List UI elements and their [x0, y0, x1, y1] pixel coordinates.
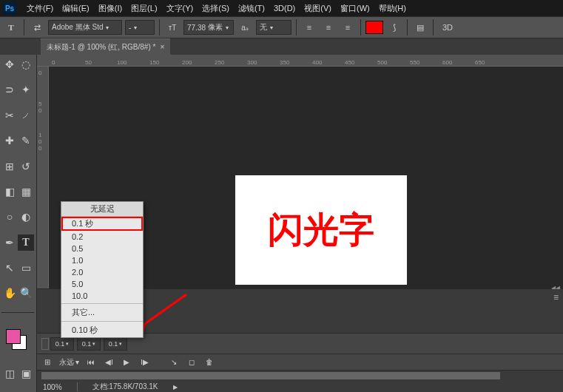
divider — [61, 321, 143, 322]
ruler-tick: 550 — [410, 59, 419, 66]
chevron-down-icon: ▾ — [134, 24, 137, 31]
loop-combo[interactable]: 永远 ▾ — [59, 357, 79, 368]
panel-menu-icon[interactable]: ≡ — [553, 292, 559, 303]
font-family-value: Adobe 黑体 Std — [52, 22, 103, 33]
menu-help[interactable]: 帮助(H) — [374, 3, 411, 14]
font-weight-value: - — [129, 24, 131, 32]
warp-text-icon[interactable]: ⟆ — [386, 19, 402, 36]
hand-tool[interactable]: ✋ — [1, 285, 18, 301]
menu-image[interactable]: 图像(I) — [94, 3, 127, 14]
chevron-down-icon: ▾ — [270, 24, 273, 31]
scrollbar-thumb[interactable] — [41, 372, 500, 379]
main-area: ✥ ◌ ⊃ ✦ ✂ ⟋ ✚ ✎ ⊞ ↺ ◧ ▦ ○ ◐ ✒ T ↖ ▭ ✋ 🔍 … — [0, 55, 563, 392]
ruler-tick: 650 — [475, 59, 485, 66]
dodge-tool[interactable]: ◐ — [18, 209, 34, 225]
zoom-tool[interactable]: 🔍 — [18, 285, 34, 301]
timeline-scrollbar[interactable] — [37, 371, 563, 381]
delay-option-10-0[interactable]: 10.0 — [61, 290, 143, 302]
first-frame-icon[interactable]: ⏮ — [85, 356, 97, 368]
divider — [296, 19, 297, 36]
history-brush-tool[interactable]: ↺ — [18, 158, 34, 175]
heal-tool[interactable]: ✚ — [1, 132, 18, 149]
doc-size[interactable]: 文档:175.8K/703.1K — [92, 382, 158, 392]
play-icon[interactable]: ▶ — [121, 356, 132, 368]
orientation-toggle[interactable]: ⇄ — [29, 19, 45, 36]
menu-file[interactable]: 文件(F) — [22, 3, 58, 14]
aa-combo[interactable]: 无 ▾ — [256, 20, 291, 35]
font-size-combo[interactable]: 77.38 像素 ▾ — [183, 20, 234, 35]
eyedropper-tool[interactable]: ⟋ — [18, 107, 34, 124]
align-right-icon[interactable]: ≡ — [340, 19, 356, 36]
menu-view[interactable]: 视图(V) — [300, 3, 336, 14]
frame-delay-2[interactable]: 0.1▾ — [77, 337, 101, 351]
delay-option-0-5[interactable]: 0.5 — [61, 243, 143, 254]
blur-tool[interactable]: ○ — [1, 209, 18, 225]
marquee-tool[interactable]: ◌ — [18, 56, 34, 72]
frame-delay-3[interactable]: 0.1▾ — [104, 337, 127, 351]
tween-icon[interactable]: ↘ — [168, 356, 180, 368]
frame-list-toggle[interactable] — [41, 338, 49, 350]
font-family-combo[interactable]: Adobe 黑体 Std ▾ — [48, 20, 122, 35]
tools-panel: ✥ ◌ ⊃ ✦ ✂ ⟋ ✚ ✎ ⊞ ↺ ◧ ▦ ○ ◐ ✒ T ↖ ▭ ✋ 🔍 … — [0, 55, 37, 392]
panel-icon[interactable]: ▤ — [412, 19, 428, 36]
text-color-swatch[interactable] — [365, 21, 383, 34]
status-bar: 100% 文档:175.8K/703.1K ▶ — [37, 381, 563, 392]
prev-frame-icon[interactable]: ◀Ⅰ — [103, 356, 115, 368]
menu-window[interactable]: 窗口(W) — [336, 3, 374, 14]
pen-tool[interactable]: ✒ — [1, 234, 18, 251]
font-weight-combo[interactable]: - ▾ — [125, 20, 155, 35]
delay-option-1-0[interactable]: 1.0 — [61, 254, 143, 266]
chevron-down-icon: ▾ — [226, 24, 229, 31]
delay-current[interactable]: 0.10 秒 — [61, 323, 143, 337]
menu-layer[interactable]: 图层(L) — [127, 3, 161, 14]
next-frame-icon[interactable]: Ⅰ▶ — [138, 356, 150, 368]
menu-select[interactable]: 选择(S) — [198, 3, 234, 14]
frame-delay-value: 0.1 — [82, 340, 92, 348]
3d-button[interactable]: 3D — [438, 23, 457, 32]
stamp-tool[interactable]: ⊞ — [1, 158, 18, 175]
close-icon[interactable]: × — [160, 43, 164, 51]
lasso-tool[interactable]: ⊃ — [1, 81, 18, 98]
type-tool[interactable]: T — [18, 234, 34, 251]
loop-value: 永远 — [59, 357, 74, 368]
gradient-tool[interactable]: ▦ — [18, 183, 34, 200]
new-frame-icon[interactable]: ◻ — [186, 356, 198, 368]
delete-frame-icon[interactable]: 🗑 — [203, 356, 215, 368]
screen-mode[interactable]: ▣ — [18, 365, 34, 382]
divider — [77, 382, 78, 391]
chevron-right-icon[interactable]: ▶ — [173, 384, 178, 391]
crop-tool[interactable]: ✂ — [1, 107, 18, 124]
shape-tool[interactable]: ▭ — [18, 260, 34, 276]
wand-tool[interactable]: ✦ — [18, 81, 34, 98]
align-center-icon[interactable]: ≡ — [320, 19, 337, 36]
delay-option-other[interactable]: 其它... — [61, 305, 143, 320]
chevron-down-icon: ▾ — [75, 358, 79, 366]
ruler-tick: 350 — [280, 59, 289, 66]
align-left-icon[interactable]: ≡ — [301, 19, 317, 36]
menu-type[interactable]: 文字(Y) — [162, 3, 198, 14]
delay-option-2-0[interactable]: 2.0 — [61, 266, 143, 278]
frame-delay-1[interactable]: 0.1▾ — [50, 337, 74, 351]
frame-delay-value: 0.1 — [55, 340, 65, 348]
menu-filter[interactable]: 滤镜(T) — [234, 3, 269, 14]
document-tab[interactable]: 未标题-1 @ 100% (红, RGB/8#) * × — [41, 38, 170, 55]
menu-edit[interactable]: 编辑(E) — [58, 3, 94, 14]
delay-option-0-2[interactable]: 0.2 — [61, 231, 143, 243]
color-picker-group — [1, 326, 34, 353]
canvas-document[interactable]: 闪光字 — [235, 175, 407, 285]
quickmask-toggle[interactable]: ◫ — [1, 365, 18, 382]
delay-option-0-1[interactable]: 0.1 秒 — [61, 217, 143, 231]
delay-option-5-0[interactable]: 5.0 — [61, 278, 143, 290]
brush-tool[interactable]: ✎ — [18, 132, 34, 149]
eraser-tool[interactable]: ◧ — [1, 183, 18, 200]
move-tool[interactable]: ✥ — [1, 56, 18, 72]
path-tool[interactable]: ↖ — [1, 260, 18, 276]
divider — [433, 19, 434, 36]
foreground-color[interactable] — [6, 329, 21, 344]
ruler-tick: 150 — [149, 59, 159, 66]
zoom-level[interactable]: 100% — [43, 383, 62, 391]
aa-value: 无 — [260, 22, 267, 33]
ruler-tick: 450 — [345, 59, 354, 66]
menu-3d[interactable]: 3D(D) — [269, 4, 300, 13]
toggle-view-icon[interactable]: ⊞ — [41, 356, 53, 368]
